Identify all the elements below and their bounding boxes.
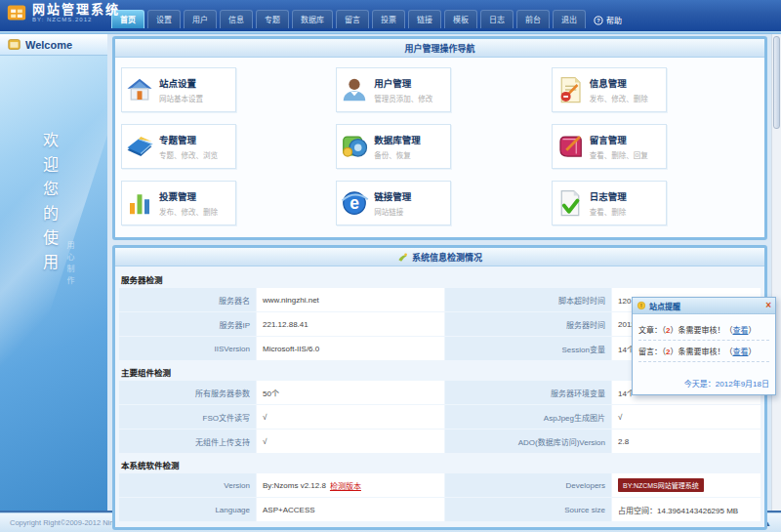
row-value: √	[257, 405, 444, 429]
card-subtitle: 网站基本设置	[159, 93, 203, 103]
table-row: VersionBy:Nzoms v2.12.8 检测版本DevelopersBY…	[119, 473, 760, 497]
card-grid: 站点设置网站基本设置用户管理管理员添加、修改信息管理发布、修改、删除专题管理专题…	[115, 58, 764, 237]
info-doc-icon	[555, 75, 585, 104]
welcome-label: Welcome	[25, 39, 72, 51]
welcome-header: Welcome	[0, 34, 107, 56]
card-title: 专题管理	[159, 133, 218, 146]
row-value: By:Nzoms v2.12.8 检测版本	[257, 473, 444, 497]
help-button[interactable]: ? 帮助	[594, 15, 622, 25]
chart-icon	[125, 188, 154, 218]
scrollbar-thumb[interactable]	[773, 36, 780, 129]
card-subtitle: 发布、修改、删除	[159, 206, 218, 217]
row-label: Source size	[445, 498, 611, 521]
row-label: ADO(数据库访问)Version	[445, 430, 611, 453]
scrollbar[interactable]	[771, 34, 781, 511]
row-value: √	[612, 405, 760, 429]
check-version-link[interactable]: 检测版本	[330, 480, 361, 491]
tab-logs[interactable]: 日志	[480, 10, 514, 28]
close-icon[interactable]: ×	[765, 301, 771, 310]
help-icon: ?	[594, 16, 603, 25]
card-title: 留言管理	[590, 133, 648, 146]
tab-vote[interactable]: 投票	[372, 10, 405, 28]
page: 网站管理系统 BY: NZCMS.2012 首页设置用户信息专题数据库留言投票链…	[0, 0, 781, 532]
row-label: 无组件上传支持	[119, 430, 256, 453]
welcome-icon	[8, 38, 21, 51]
tab-templates[interactable]: 模板	[444, 10, 477, 28]
section-label: 服务器检测	[119, 268, 760, 288]
card-doc-check[interactable]: 日志管理查看、删除	[552, 181, 667, 225]
card-title: 链接管理	[374, 189, 411, 203]
developer-badge: BY:NZCMS网站管理系统	[618, 478, 704, 492]
detect-panel-header: 系统信息检测情况	[115, 248, 764, 266]
sidebar-watermark: 用心制作	[64, 241, 75, 288]
reminder-body: 文章：（2）条需要审核！（查看）留言：（2）条需要审核！（查看）今天是：2012…	[633, 314, 775, 394]
tab-users[interactable]: 用户	[184, 10, 217, 28]
pending-count: 2	[666, 326, 670, 335]
user-icon	[340, 75, 369, 104]
row-value: √	[257, 430, 444, 453]
message-book-icon	[555, 132, 585, 161]
tab-topics[interactable]: 专题	[256, 10, 289, 28]
row-label: IISVersion	[119, 337, 256, 360]
view-link[interactable]: 查看	[732, 326, 748, 335]
content: 用户管理操作导航 站点设置网站基本设置用户管理管理员添加、修改信息管理发布、修改…	[107, 34, 771, 511]
svg-text:?: ?	[596, 18, 600, 23]
row-label: Developers	[445, 473, 611, 497]
reminder-title: 站点提醒	[649, 301, 680, 311]
card-title: 用户管理	[374, 76, 432, 90]
row-value: 50个	[257, 381, 444, 404]
row-label: 服务器环境变量	[445, 381, 611, 404]
row-label: FSO文件读写	[119, 405, 256, 429]
row-value: www.ningzhi.net	[257, 288, 444, 311]
row-value: Microsoft-IIS/6.0	[257, 337, 444, 360]
reminder-date: 今天是：2012年9月18日	[638, 378, 769, 389]
tab-logout[interactable]: 退出	[553, 10, 586, 28]
reminder-header: ! 站点提醒 ×	[633, 298, 775, 314]
app-title: 网站管理系统	[32, 3, 120, 17]
house-icon	[125, 75, 154, 104]
card-chart[interactable]: 投票管理发布、修改、删除	[121, 181, 236, 225]
svg-text:!: !	[640, 303, 642, 308]
alert-icon: !	[637, 301, 646, 310]
detect-icon	[397, 252, 408, 263]
ie-globe-icon: e	[340, 188, 369, 218]
welcome-vertical-text: 欢迎您的使用	[37, 132, 61, 278]
tab-settings[interactable]: 设置	[147, 10, 181, 28]
card-subtitle: 查看、删除、回复	[590, 149, 648, 160]
pending-count: 2	[666, 348, 670, 356]
main-area: Welcome 欢迎您的使用 用心制作 用户管理操作导航 站点设置网站基本设置用…	[0, 34, 781, 511]
card-subtitle: 专题、修改、浏览	[159, 149, 218, 160]
book-icon	[125, 132, 154, 161]
card-ie-globe[interactable]: e链接管理网站链接	[336, 181, 451, 225]
tab-frontend[interactable]: 前台	[516, 10, 550, 28]
database-icon	[340, 132, 369, 161]
card-database[interactable]: 数据库管理备份、恢复	[336, 124, 451, 169]
card-message-book[interactable]: 留言管理查看、删除、回复	[552, 124, 667, 169]
topbar: 网站管理系统 BY: NZCMS.2012 首页设置用户信息专题数据库留言投票链…	[0, 0, 781, 31]
card-subtitle: 发布、修改、删除	[590, 93, 648, 103]
card-subtitle: 查看、删除	[590, 206, 627, 217]
card-info-doc[interactable]: 信息管理发布、修改、删除	[552, 67, 667, 112]
row-value: 占用空间：14.3964143426295 MB	[612, 498, 760, 521]
main-nav: 首页设置用户信息专题数据库留言投票链接模板日志前台退出	[111, 10, 586, 28]
svg-text:e: e	[349, 193, 359, 213]
tab-links[interactable]: 链接	[408, 10, 441, 28]
nav-panel-title: 用户管理操作导航	[115, 39, 764, 58]
card-user[interactable]: 用户管理管理员添加、修改	[336, 67, 451, 112]
card-subtitle: 管理员添加、修改	[374, 93, 432, 103]
row-label: 服务器名	[119, 288, 256, 311]
reminder-item: 文章：（2）条需要审核！（查看）	[638, 319, 769, 341]
card-book[interactable]: 专题管理专题、修改、浏览	[121, 124, 236, 169]
tab-info[interactable]: 信息	[220, 10, 253, 28]
card-title: 日志管理	[590, 189, 627, 203]
card-title: 数据库管理	[374, 133, 421, 146]
sidebar: Welcome 欢迎您的使用 用心制作	[0, 34, 107, 511]
tab-database[interactable]: 数据库	[292, 10, 333, 28]
help-label: 帮助	[606, 15, 622, 25]
view-link[interactable]: 查看	[732, 348, 748, 356]
card-title: 投票管理	[159, 189, 218, 203]
app-subtitle: BY: NZCMS.2012	[32, 17, 120, 22]
card-house[interactable]: 站点设置网站基本设置	[121, 67, 236, 112]
row-label: 所有服务器参数	[119, 381, 256, 404]
tab-guestbook[interactable]: 留言	[336, 10, 369, 28]
